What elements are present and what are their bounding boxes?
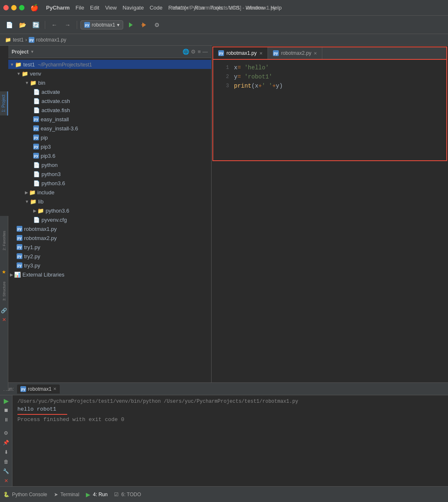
- tree-item-label: try1.py: [24, 244, 40, 250]
- run-tools-button[interactable]: 🔧: [2, 467, 11, 475]
- external-libs-icon: 📊: [14, 272, 21, 278]
- close-button[interactable]: [3, 5, 9, 10]
- tree-pip36[interactable]: py pip3.6: [8, 151, 211, 160]
- tree-python36[interactable]: 📄 python3.6: [8, 179, 211, 188]
- tree-item-label: try3.py: [24, 262, 40, 269]
- tree-lib[interactable]: ▼ 📁 lib: [8, 197, 211, 206]
- python-file-icon: py: [17, 235, 22, 241]
- run-scroll-button[interactable]: ⬇: [2, 448, 11, 456]
- back-button[interactable]: ←: [49, 19, 60, 31]
- fullscreen-button[interactable]: [19, 5, 24, 10]
- python-file-icon: py: [17, 253, 22, 259]
- run-button[interactable]: [125, 19, 136, 31]
- scope-icon[interactable]: 🌐: [183, 49, 189, 55]
- menu-edit[interactable]: Edit: [90, 5, 99, 11]
- traffic-lights[interactable]: [3, 5, 24, 10]
- breadcrumb-file[interactable]: robotmax1.py: [36, 37, 66, 43]
- tab-favorites[interactable]: 2: Favorites: [1, 228, 7, 254]
- tree-item-label: activate.csh: [41, 98, 70, 104]
- folder-icon: 📁: [30, 80, 37, 86]
- tree-item-label: python3: [41, 171, 61, 177]
- editor-bordered-area: py robotmax1.py ✕ py robotmax2.py ✕ 1 x=…: [212, 47, 447, 161]
- run-tab[interactable]: py robotmax1 ✕: [17, 384, 60, 394]
- svg-rect-2: [141, 24, 142, 25]
- sync-button[interactable]: 🔄: [30, 19, 41, 31]
- new-file-button[interactable]: 📄: [3, 19, 15, 31]
- tree-robotmax1[interactable]: py robotmax1.py: [8, 224, 211, 233]
- status-python-console[interactable]: 🐍 Python Console: [3, 492, 47, 497]
- tree-bin[interactable]: ▼ 📁 bin: [8, 78, 211, 87]
- python-console-icon: 🐍: [3, 492, 10, 497]
- minimize-panel-icon[interactable]: —: [202, 49, 208, 55]
- run-clear-button[interactable]: 🗑: [2, 458, 11, 465]
- tree-python3[interactable]: 📄 python3: [8, 169, 211, 179]
- folder-icon: 📁: [15, 61, 22, 68]
- tree-robotmax2[interactable]: py robotmax2.py: [8, 233, 211, 242]
- run-config-name: robotmax1: [92, 22, 115, 28]
- tree-item-label: pip3.6: [41, 153, 55, 159]
- tab-structure[interactable]: 3: Structure: [1, 278, 7, 304]
- tree-item-label: lib: [38, 198, 44, 205]
- python-file-icon: py: [17, 226, 22, 232]
- breadcrumb-project[interactable]: test1: [13, 37, 24, 43]
- menu-view[interactable]: View: [105, 5, 117, 11]
- status-terminal[interactable]: ➤ Terminal: [54, 492, 79, 497]
- tree-item-label: activate.fish: [41, 107, 70, 113]
- tree-include[interactable]: ▶ 📁 include: [8, 188, 211, 197]
- tree-try3[interactable]: py try3.py: [8, 261, 211, 270]
- tree-external-libs[interactable]: ▶ 📊 External Libraries: [8, 270, 211, 279]
- cog-icon[interactable]: ≡: [197, 49, 201, 55]
- menu-navigate[interactable]: Navigate: [122, 5, 144, 11]
- menu-file[interactable]: File: [75, 5, 84, 11]
- run-stop-button[interactable]: ⏹: [2, 406, 11, 414]
- open-button[interactable]: 📂: [17, 19, 28, 31]
- tab-robotmax1[interactable]: py robotmax1.py ✕: [213, 47, 268, 59]
- tree-activate[interactable]: 📄 activate: [8, 87, 211, 96]
- tree-try2[interactable]: py try2.py: [8, 252, 211, 261]
- tree-try1[interactable]: py try1.py: [8, 242, 211, 252]
- code-line-1: 1 x= 'hello': [213, 63, 446, 72]
- run-settings-button[interactable]: ⚙: [2, 429, 11, 437]
- python-file-icon: py: [273, 50, 279, 56]
- apple-menu[interactable]: 🍎: [30, 4, 39, 12]
- run-pin-button[interactable]: 📌: [2, 439, 11, 447]
- tab-close-icon[interactable]: ✕: [259, 51, 263, 56]
- tab-robotmax2[interactable]: py robotmax2.py ✕: [268, 47, 323, 59]
- run-restart-button[interactable]: ▶: [2, 397, 11, 405]
- run-pause-button[interactable]: ⏸: [2, 416, 11, 424]
- tree-activate-csh[interactable]: 📄 activate.csh: [8, 96, 211, 105]
- minimize-button[interactable]: [11, 5, 17, 10]
- menubar: 🍎 PyCharm File Edit View Navigate Code R…: [0, 0, 448, 16]
- tree-python[interactable]: 📄 python: [8, 160, 211, 169]
- tree-venv[interactable]: ▼ 📁 venv: [8, 69, 211, 78]
- separator-2: [77, 21, 77, 29]
- menu-pycharm[interactable]: PyCharm: [46, 5, 70, 11]
- status-run[interactable]: ▶ 4: Run: [86, 491, 107, 498]
- tab-close-icon[interactable]: ✕: [314, 51, 317, 56]
- run-close-button[interactable]: ✕: [2, 477, 11, 485]
- tree-easy-install[interactable]: py easy_install: [8, 115, 211, 124]
- run-separator: [17, 414, 67, 415]
- forward-button[interactable]: →: [62, 19, 73, 31]
- tree-pip[interactable]: py pip: [8, 133, 211, 142]
- file-icon: 📄: [33, 171, 40, 177]
- tab-label: robotmax2.py: [281, 50, 312, 56]
- tab-project[interactable]: 1: Project: [0, 91, 8, 115]
- gear-icon[interactable]: ⚙: [191, 49, 196, 55]
- tree-root[interactable]: ▼ 📁 test1 ~/PycharmProjects/test1: [8, 60, 211, 69]
- code-editor[interactable]: 1 x= 'hello' 2 y= 'robot1' 3 print(x+' '…: [213, 60, 446, 160]
- run-command-line: /Users/yuc/PycharmProjects/test1/venv/bi…: [17, 399, 443, 404]
- tree-pip3[interactable]: py pip3: [8, 142, 211, 151]
- menu-code[interactable]: Code: [150, 5, 163, 11]
- tree-activate-fish[interactable]: 📄 activate.fish: [8, 105, 211, 115]
- status-todo[interactable]: ☑ 6: TODO: [114, 492, 141, 497]
- tree-python36-lib[interactable]: ▶ 📁 python3.6: [8, 206, 211, 215]
- tree-pyvenv[interactable]: 📄 pyvenv.cfg: [8, 215, 211, 224]
- settings-button[interactable]: ⚙: [151, 19, 163, 31]
- run-config-selector[interactable]: py robotmax1 ▾: [80, 20, 123, 29]
- run-tab-close-icon[interactable]: ✕: [53, 387, 56, 391]
- project-panel: Project ▾ 🌐 ⚙ ≡ — ▼ 📁 test1 ~/PycharmPro…: [8, 46, 212, 382]
- debug-button[interactable]: [138, 19, 150, 31]
- tree-item-label: python: [41, 162, 58, 168]
- tree-easy-install-36[interactable]: py easy_install-3.6: [8, 124, 211, 133]
